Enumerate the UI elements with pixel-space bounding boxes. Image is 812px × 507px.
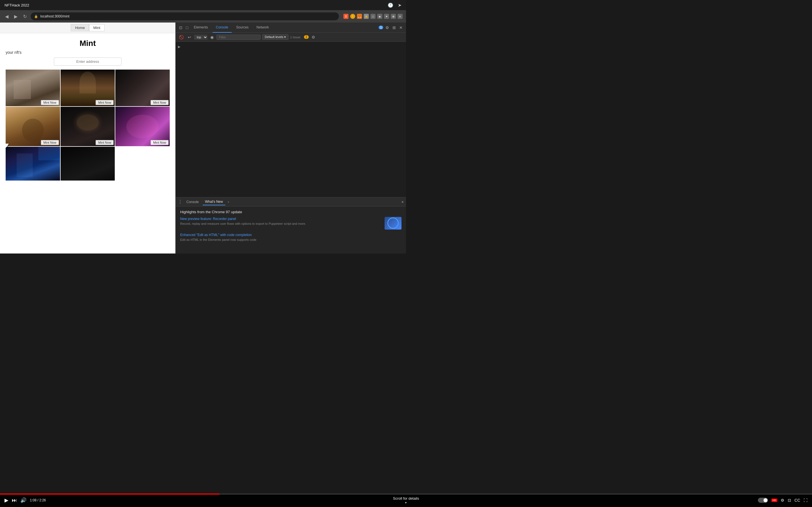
whats-new-close-button[interactable]: × <box>402 200 404 204</box>
inspect-element-icon[interactable]: ⊡ <box>178 24 184 31</box>
whats-new-close-x-icon[interactable]: × <box>227 200 229 204</box>
whats-new-tab[interactable]: What's New <box>203 199 225 205</box>
address-bar[interactable]: 🔒 localhost:3000/mint <box>31 12 339 20</box>
nft-card-8 <box>61 147 115 180</box>
browser-title: NFTHack 2022 <box>4 3 29 7</box>
webpage-content: Mint your nft's Mint Now Mint Now Mint N… <box>0 33 175 183</box>
refresh-button[interactable]: ↻ <box>21 13 29 20</box>
nft-card-3: Mint Now <box>115 69 170 106</box>
issues-gear-icon[interactable]: ⚙ <box>310 34 316 41</box>
nft-card-6: Mint Now <box>115 107 170 146</box>
devtools-toolbar: ⊡ □ Elements Console Sources Network 1 ⚙… <box>175 22 406 33</box>
whats-new-title: Highlights from the Chrome 97 update <box>180 210 402 214</box>
devtools-panel: ⊡ □ Elements Console Sources Network 1 ⚙… <box>175 22 406 253</box>
eye-icon[interactable]: ◉ <box>209 34 215 41</box>
lock-icon: 🔒 <box>34 15 38 18</box>
mint-now-button-5[interactable]: Mint Now <box>96 140 114 145</box>
tab-network[interactable]: Network <box>253 22 272 33</box>
console-clear-icon[interactable]: 🚫 <box>178 34 185 41</box>
devtools-console-area: ▶ <box>175 42 406 197</box>
tab-elements[interactable]: Elements <box>190 22 211 33</box>
tab-sources[interactable]: Sources <box>233 22 252 33</box>
thumb-circle-icon <box>388 217 399 229</box>
whats-new-content: Highlights from the Chrome 97 update New… <box>175 207 406 253</box>
title-bar: NFTHack 2022 🕐 ➤ <box>0 0 406 10</box>
whats-new-item-1-thumb <box>385 217 402 230</box>
nft-card-7 <box>6 147 60 180</box>
page-title: Mint <box>6 39 170 48</box>
mint-now-button-3[interactable]: Mint Now <box>151 100 168 105</box>
whats-new-item-2-heading[interactable]: Enhanced "Edit as HTML" with code comple… <box>180 233 402 237</box>
nft-subtitle: your nft's <box>6 50 170 55</box>
devtools-settings-icon[interactable]: ⚙ <box>384 24 390 31</box>
mint-now-button-6[interactable]: Mint Now <box>151 140 168 145</box>
console-chevron-icon[interactable]: ▶ <box>178 45 181 49</box>
nft-card-1: Mint Now <box>6 69 60 106</box>
whats-new-header: ⋮ Console What's New × × <box>175 198 406 207</box>
title-bar-icons: 🕐 ➤ <box>388 3 402 8</box>
ext2-icon[interactable]: ◈ <box>377 14 382 19</box>
dt-badge: 1 <box>378 25 383 29</box>
mint-nav-link[interactable]: Mint <box>89 24 105 31</box>
devtools-close-icon[interactable]: ✕ <box>398 24 404 31</box>
nft-card-2: Mint Now <box>61 69 115 106</box>
whats-new-panel: ⋮ Console What's New × × Highlights from… <box>175 197 406 253</box>
back-button[interactable]: ◀ <box>3 13 10 20</box>
forward-button[interactable]: ▶ <box>12 13 19 20</box>
nft-card-5: Mint Now <box>61 107 115 146</box>
ext5-icon[interactable]: ≡ <box>398 14 403 19</box>
whats-new-item-2-desc: Edit as HTML in the Elements panel now s… <box>180 238 402 242</box>
brave-icon[interactable]: B <box>343 14 349 19</box>
default-levels-button[interactable]: Default levels ▾ <box>262 34 289 40</box>
webpage: Home Mint Mint your nft's Mint Now Mint … <box>0 22 175 253</box>
forward-arrow-icon[interactable]: ➤ <box>398 3 402 8</box>
url-text: localhost:3000/mint <box>40 14 69 18</box>
metamask-icon[interactable]: 🦊 <box>357 14 362 19</box>
whats-new-item-1-heading[interactable]: New preview feature: Recorder panel <box>180 217 381 221</box>
webpage-nav: Home Mint <box>0 22 175 33</box>
nav-bar: ◀ ▶ ↻ 🔒 localhost:3000/mint B ! 🦊 🔒 □ ◈ … <box>0 10 406 22</box>
device-toolbar-icon[interactable]: □ <box>185 24 189 31</box>
panel-menu-icon[interactable]: ⋮ <box>178 199 183 205</box>
whats-new-item-1-text: New preview feature: Recorder panel Reco… <box>180 217 381 226</box>
ext3-icon[interactable]: ✦ <box>384 14 389 19</box>
whats-new-item-1-desc: Record, replay and measure user flows wi… <box>180 222 381 226</box>
issues-badge[interactable]: 1 <box>304 35 309 39</box>
mint-now-button-4[interactable]: Mint Now <box>41 140 59 145</box>
devtools-secondary-bar: 🚫 ↩ top ◉ Default levels ▾ 1 Issue: 1 ⚙ <box>175 33 406 42</box>
clock-icon[interactable]: 🕐 <box>388 3 393 8</box>
console-tab-label[interactable]: Console <box>184 199 201 205</box>
mint-now-button-2[interactable]: Mint Now <box>96 100 114 105</box>
devtools-dock-icon[interactable]: ⊞ <box>391 24 397 31</box>
mint-now-button-1[interactable]: Mint Now <box>41 100 59 105</box>
address-input[interactable] <box>54 57 121 66</box>
home-nav-link[interactable]: Home <box>71 24 89 31</box>
ext1-icon[interactable]: □ <box>370 14 375 19</box>
tab-console[interactable]: Console <box>213 22 232 33</box>
whats-new-item-2: Enhanced "Edit as HTML" with code comple… <box>180 233 402 242</box>
nft-card-4: Mint Now <box>6 107 60 146</box>
issues-label: 1 Issue: <box>290 36 301 39</box>
lock2-icon[interactable]: 🔒 <box>364 14 369 19</box>
chevron-down-icon: ▾ <box>284 35 286 39</box>
filter-input[interactable] <box>216 35 260 40</box>
console-back-icon[interactable]: ↩ <box>187 34 192 41</box>
ext4-icon[interactable]: ⊕ <box>391 14 396 19</box>
nav-bar-right: B ! 🦊 🔒 □ ◈ ✦ ⊕ ≡ <box>343 14 403 19</box>
whats-new-item-1: New preview feature: Recorder panel Reco… <box>180 217 402 230</box>
context-selector[interactable]: top <box>194 35 207 40</box>
nft-grid: Mint Now Mint Now Mint Now Mint Now <box>6 69 170 180</box>
whats-new-item-2-text: Enhanced "Edit as HTML" with code comple… <box>180 233 402 242</box>
warning-icon[interactable]: ! <box>350 14 355 19</box>
browser-body: Home Mint Mint your nft's Mint Now Mint … <box>0 22 406 253</box>
